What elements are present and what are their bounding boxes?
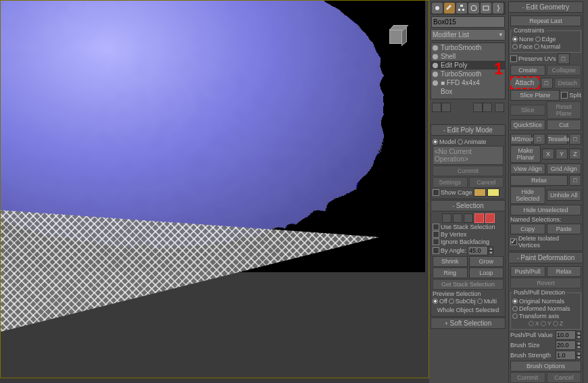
msmooth-settings[interactable]: □ <box>533 134 545 145</box>
preview-subobj-radio[interactable] <box>449 299 454 304</box>
axis-x[interactable] <box>529 321 534 326</box>
hide-selected-button[interactable]: Hide Selected <box>510 186 545 204</box>
constraint-edge-radio[interactable] <box>535 36 541 42</box>
quickslice-button[interactable]: QuickSlice <box>510 120 545 130</box>
planar-y-button[interactable]: Y <box>556 149 568 159</box>
cage-color-2[interactable] <box>487 188 499 197</box>
tessellate-button[interactable]: Tessellate <box>547 134 568 145</box>
cancel-button[interactable]: Cancel <box>469 177 504 188</box>
edge-mode-icon[interactable] <box>453 213 462 223</box>
show-cage-check[interactable] <box>433 189 439 196</box>
display-tab-icon[interactable] <box>481 3 491 14</box>
preview-multi-radio[interactable] <box>477 299 483 304</box>
settings-button[interactable]: Settings <box>433 177 468 188</box>
modifier-stack[interactable]: TurboSmooth Shell Edit Poly TurboSmooth … <box>431 43 506 99</box>
model-radio[interactable] <box>433 139 438 145</box>
grid-align-button[interactable]: Grid Align <box>547 163 582 174</box>
utilities-tab-icon[interactable] <box>493 3 504 14</box>
by-angle-check[interactable] <box>433 247 439 254</box>
constraint-face-radio[interactable] <box>512 44 518 49</box>
hide-unselected-button[interactable]: Hide Unselected <box>510 205 581 215</box>
paint-deformation-rollout[interactable]: - Paint Deformation <box>508 252 583 263</box>
split-check[interactable] <box>561 92 568 99</box>
slice-button[interactable]: Slice <box>510 105 545 116</box>
transform-axis-radio[interactable] <box>512 313 518 319</box>
attach-list-button[interactable]: □ <box>541 78 553 88</box>
preview-off-radio[interactable] <box>433 299 438 304</box>
hierarchy-tab-icon[interactable] <box>456 3 467 14</box>
commit-button[interactable]: Commit <box>433 165 504 176</box>
create-button[interactable]: Create <box>510 65 545 76</box>
get-stack-sel-button[interactable]: Get Stack Selection <box>433 279 504 290</box>
show-end-icon[interactable] <box>441 103 451 112</box>
copy-named-button[interactable]: Copy <box>510 224 545 234</box>
axis-z[interactable] <box>553 321 558 326</box>
pushpull-value-input[interactable] <box>556 330 576 340</box>
reset-plane-button[interactable]: Reset Plane <box>547 101 582 119</box>
angle-input[interactable] <box>468 246 488 255</box>
by-vertex-check[interactable] <box>433 231 439 238</box>
cage-color-1[interactable] <box>474 188 486 197</box>
stack-toolbar <box>431 101 506 113</box>
pin-stack-icon[interactable] <box>432 103 441 112</box>
edit-geometry-rollout[interactable]: - Edit Geometry <box>508 1 583 13</box>
paint-commit-button[interactable]: Commit <box>510 372 545 383</box>
object-name-field[interactable]: Box015 <box>431 16 505 28</box>
border-mode-icon[interactable] <box>464 213 473 223</box>
make-unique-icon[interactable] <box>473 103 483 112</box>
animate-radio[interactable] <box>458 139 463 145</box>
preserve-uvs-settings[interactable]: □ <box>558 53 570 64</box>
brush-options-button[interactable]: Brush Options <box>510 361 581 372</box>
soft-selection-rollout[interactable]: + Soft Selection <box>431 317 506 329</box>
ignore-backfacing-check[interactable] <box>433 238 439 245</box>
deformed-normals-radio[interactable] <box>512 306 518 311</box>
remove-mod-icon[interactable] <box>483 103 492 112</box>
poly-mode-icon[interactable] <box>474 213 484 223</box>
pushpull-button[interactable]: Push/Pull <box>510 266 545 277</box>
modify-panel: Box015 Modifier List ▼ TurboSmooth Shell… <box>429 0 507 383</box>
brush-size-input[interactable] <box>556 340 576 350</box>
viewcube[interactable] <box>387 26 407 47</box>
grow-button[interactable]: Grow <box>469 256 504 267</box>
make-planar-button[interactable]: Make Planar <box>510 145 541 163</box>
constraint-normal-radio[interactable] <box>534 44 539 49</box>
element-mode-icon[interactable] <box>485 213 495 223</box>
delete-iso-check[interactable] <box>510 238 517 245</box>
planar-x-button[interactable]: X <box>542 149 554 159</box>
relax-button[interactable]: Relax <box>510 175 568 186</box>
collapse-button[interactable]: Collapse <box>547 65 582 76</box>
msmooth-button[interactable]: MSmooth <box>510 134 532 145</box>
viewport[interactable] <box>0 0 429 378</box>
view-align-button[interactable]: View Align <box>510 163 545 174</box>
unhide-all-button[interactable]: Unhide All <box>547 190 582 201</box>
ring-button[interactable]: Ring <box>433 267 468 278</box>
cut-button[interactable]: Cut <box>547 120 582 130</box>
revert-button[interactable]: Revert <box>510 278 581 288</box>
orig-normals-radio[interactable] <box>512 299 518 304</box>
vertex-mode-icon[interactable] <box>442 213 451 223</box>
loop-button[interactable]: Loop <box>469 267 504 278</box>
relax-paint-button[interactable]: Relax <box>547 266 582 277</box>
slice-plane-button[interactable]: Slice Plane <box>510 90 560 101</box>
paint-cancel-button[interactable]: Cancel <box>547 372 582 383</box>
brush-strength-input[interactable] <box>556 351 576 360</box>
edit-poly-mode-rollout[interactable]: - Edit Poly Mode <box>431 124 506 136</box>
use-stack-check[interactable] <box>433 224 439 230</box>
relax-settings[interactable]: □ <box>569 175 581 186</box>
create-tab-icon[interactable] <box>432 3 443 14</box>
constraint-none-radio[interactable] <box>512 36 518 42</box>
attach-button[interactable]: Attach 1 <box>510 76 539 89</box>
planar-z-button[interactable]: Z <box>569 149 581 159</box>
preserve-uvs-check[interactable] <box>510 55 517 62</box>
tessellate-settings[interactable]: □ <box>569 134 581 145</box>
axis-y[interactable] <box>541 321 546 326</box>
modify-tab-icon[interactable] <box>444 3 455 14</box>
selection-rollout[interactable]: - Selection <box>431 200 506 211</box>
configure-sets-icon[interactable] <box>495 103 504 112</box>
detach-button[interactable]: Detach <box>554 78 582 88</box>
motion-tab-icon[interactable] <box>468 3 479 14</box>
modifier-list-dropdown[interactable]: Modifier List ▼ <box>431 29 506 41</box>
repeat-last-button[interactable]: Repeat Last <box>510 16 581 26</box>
shrink-button[interactable]: Shrink <box>433 256 468 267</box>
paste-named-button[interactable]: Paste <box>547 224 582 234</box>
